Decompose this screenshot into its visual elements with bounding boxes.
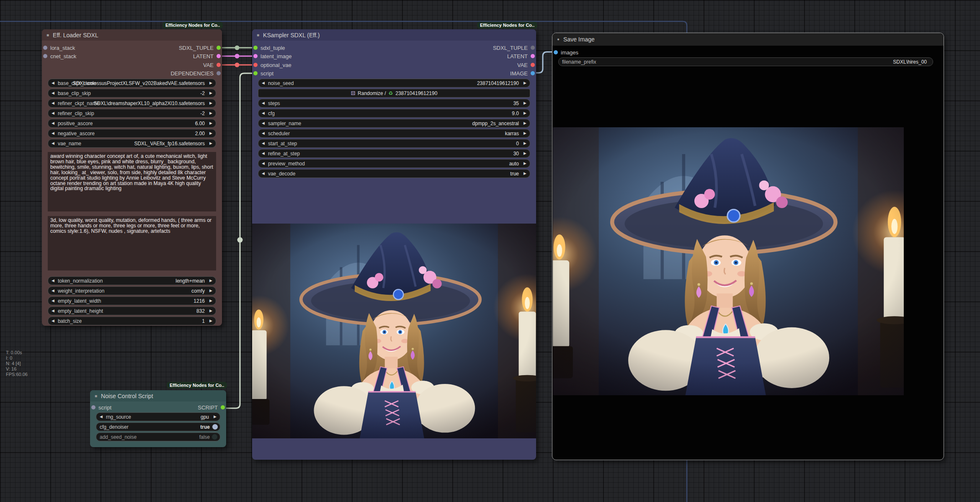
widget-vae-decode[interactable]: ◀ vae_decode true ▶ — [258, 169, 530, 178]
output-slot-latent[interactable]: LATENT — [507, 53, 535, 59]
increment-arrow-icon[interactable]: ▶ — [209, 101, 212, 105]
widget-weight-interpretation[interactable]: ◀ weight_interpretation comfy ▶ — [48, 286, 216, 295]
increment-arrow-icon[interactable]: ▶ — [524, 162, 526, 165]
decrement-arrow-icon[interactable]: ◀ — [262, 162, 265, 165]
widget-add-seed-noise[interactable]: add_seed_noise false — [96, 432, 220, 441]
decrement-arrow-icon[interactable]: ◀ — [52, 131, 54, 135]
node-noise-control-script[interactable]: ■ Noise Control Script script SCRIPT ◀ r… — [90, 390, 226, 447]
decrement-arrow-icon[interactable]: ◀ — [52, 289, 54, 293]
eff-loader-header[interactable]: ■ Eff. Loader SDXL — [42, 29, 222, 41]
widget-empty-latent-width[interactable]: ◀ empty_latent_width 1216 ▶ — [48, 296, 216, 305]
decrement-arrow-icon[interactable]: ◀ — [262, 101, 265, 105]
input-slot-latent-image[interactable]: latent_image — [253, 53, 291, 59]
widget-vae-name[interactable]: ◀ vae_name SDXL_VAEfix_fp16.safetensors … — [48, 139, 216, 148]
positive-prompt-textarea[interactable]: award winning character concept art of, … — [48, 152, 216, 211]
decrement-arrow-icon[interactable]: ◀ — [52, 319, 54, 323]
node-save-image[interactable]: ● Save Image images filename_prefix SDXL… — [552, 33, 944, 460]
increment-arrow-icon[interactable]: ▶ — [209, 81, 212, 85]
increment-arrow-icon[interactable]: ▶ — [524, 131, 526, 135]
widget-noise-seed[interactable]: ◀ noise_seed 238710419612190 ▶ — [258, 79, 530, 88]
increment-arrow-icon[interactable]: ▶ — [214, 415, 217, 419]
input-slot-script[interactable]: script — [253, 70, 273, 77]
increment-arrow-icon[interactable]: ▶ — [209, 111, 212, 115]
slot-dot[interactable] — [217, 46, 221, 50]
output-slot-sdxl-tuple[interactable]: SDXL_TUPLE — [493, 44, 535, 51]
increment-arrow-icon[interactable]: ▶ — [524, 81, 526, 85]
input-slot-script[interactable]: script — [91, 404, 111, 411]
decrement-arrow-icon[interactable]: ◀ — [262, 172, 265, 175]
node-eff-loader-sdxl[interactable]: ■ Eff. Loader SDXL lora_stack cnet_stack… — [42, 29, 222, 326]
widget-rng-source[interactable]: ◀ rng_source gpu ▶ — [96, 412, 220, 421]
decrement-arrow-icon[interactable]: ◀ — [262, 121, 265, 125]
input-slot-optional-vae[interactable]: optional_vae — [253, 62, 291, 68]
slot-dot[interactable] — [531, 63, 535, 67]
increment-arrow-icon[interactable]: ▶ — [209, 299, 212, 303]
collapse-icon[interactable]: ■ — [95, 394, 97, 398]
widget-base-clip-skip[interactable]: ◀ base_clip_skip -2 ▶ — [48, 89, 216, 98]
increment-arrow-icon[interactable]: ▶ — [209, 319, 212, 323]
widget-base-ckpt-name[interactable]: ◀ base_ckpt_name SDXL\colossusProjectXLS… — [48, 79, 216, 88]
slot-dot[interactable] — [554, 50, 558, 54]
increment-arrow-icon[interactable]: ▶ — [524, 142, 526, 145]
decrement-arrow-icon[interactable]: ◀ — [52, 279, 54, 283]
increment-arrow-icon[interactable]: ▶ — [524, 152, 526, 155]
randomize-seed-button[interactable]: ⚄ Randomize / ♻ 238710419612190 — [258, 89, 530, 98]
decrement-arrow-icon[interactable]: ◀ — [52, 101, 54, 105]
slot-dot[interactable] — [531, 54, 535, 58]
widget-steps[interactable]: ◀ steps 35 ▶ — [258, 99, 530, 108]
collapse-icon[interactable]: ■ — [257, 33, 259, 37]
widget-start-at-step[interactable]: ◀ start_at_step 0 ▶ — [258, 139, 530, 148]
collapse-icon[interactable]: ■ — [46, 33, 49, 37]
decrement-arrow-icon[interactable]: ◀ — [52, 309, 54, 313]
node-ksampler-sdxl[interactable]: ■ KSampler SDXL (Eff.) sdxl_tuple latent… — [252, 29, 536, 460]
widget-empty-latent-height[interactable]: ◀ empty_latent_height 832 ▶ — [48, 306, 216, 315]
decrement-arrow-icon[interactable]: ◀ — [52, 81, 54, 85]
ksampler-header[interactable]: ■ KSampler SDXL (Eff.) — [252, 29, 536, 41]
slot-dot[interactable] — [217, 71, 221, 75]
decrement-arrow-icon[interactable]: ◀ — [262, 81, 265, 85]
decrement-arrow-icon[interactable]: ◀ — [52, 299, 54, 303]
slot-dot[interactable] — [43, 54, 47, 58]
input-slot-cnet-stack[interactable]: cnet_stack — [43, 53, 76, 59]
slot-dot[interactable] — [43, 46, 47, 50]
input-slot-images[interactable]: images — [554, 49, 578, 56]
increment-arrow-icon[interactable]: ▶ — [524, 172, 526, 175]
increment-arrow-icon[interactable]: ▶ — [209, 289, 212, 293]
output-slot-vae[interactable]: VAE — [203, 62, 221, 68]
widget-refiner-clip-skip[interactable]: ◀ refiner_clip_skip -2 ▶ — [48, 109, 216, 118]
output-slot-dependencies[interactable]: DEPENDENCIES — [170, 70, 221, 77]
slot-dot[interactable] — [217, 54, 221, 58]
save-image-header[interactable]: ● Save Image — [552, 33, 944, 46]
output-slot-sdxl-tuple[interactable]: SDXL_TUPLE — [179, 44, 221, 51]
decrement-arrow-icon[interactable]: ◀ — [52, 142, 54, 145]
widget-scheduler[interactable]: ◀ scheduler karras ▶ — [258, 129, 530, 138]
widget-positive-ascore[interactable]: ◀ positive_ascore 6.00 ▶ — [48, 119, 216, 128]
output-slot-script[interactable]: SCRIPT — [198, 404, 225, 411]
increment-arrow-icon[interactable]: ▶ — [209, 91, 212, 95]
widget-refine-at-step[interactable]: ◀ refine_at_step 30 ▶ — [258, 149, 530, 158]
slot-dot[interactable] — [217, 63, 221, 67]
negative-prompt-textarea[interactable]: 3d, low quality, worst quality, mutation… — [48, 216, 216, 270]
decrement-arrow-icon[interactable]: ◀ — [262, 152, 265, 155]
increment-arrow-icon[interactable]: ▶ — [209, 121, 212, 125]
toggle-on-icon[interactable] — [212, 424, 218, 430]
increment-arrow-icon[interactable]: ▶ — [209, 142, 212, 145]
widget-cfg[interactable]: ◀ cfg 9.0 ▶ — [258, 109, 530, 118]
increment-arrow-icon[interactable]: ▶ — [524, 101, 526, 105]
input-slot-sdxl-tuple[interactable]: sdxl_tuple — [253, 44, 285, 51]
slot-dot[interactable] — [253, 46, 258, 50]
decrement-arrow-icon[interactable]: ◀ — [262, 131, 265, 135]
toggle-off-icon[interactable] — [211, 434, 218, 440]
widget-filename-prefix[interactable]: filename_prefix SDXL\hires_00 — [558, 57, 933, 66]
decrement-arrow-icon[interactable]: ◀ — [262, 111, 265, 115]
increment-arrow-icon[interactable]: ▶ — [524, 111, 526, 115]
slot-dot[interactable] — [91, 405, 95, 409]
widget-sampler-name[interactable]: ◀ sampler_name dpmpp_2s_ancestral ▶ — [258, 119, 530, 128]
collapse-icon[interactable]: ● — [557, 37, 560, 41]
widget-refiner-ckpt-name[interactable]: ◀ refiner_ckpt_name SDXL\dreamshaperXL10… — [48, 99, 216, 108]
increment-arrow-icon[interactable]: ▶ — [209, 309, 212, 313]
output-slot-vae[interactable]: VAE — [517, 62, 535, 68]
increment-arrow-icon[interactable]: ▶ — [209, 131, 212, 135]
decrement-arrow-icon[interactable]: ◀ — [262, 142, 265, 145]
decrement-arrow-icon[interactable]: ◀ — [100, 415, 103, 419]
